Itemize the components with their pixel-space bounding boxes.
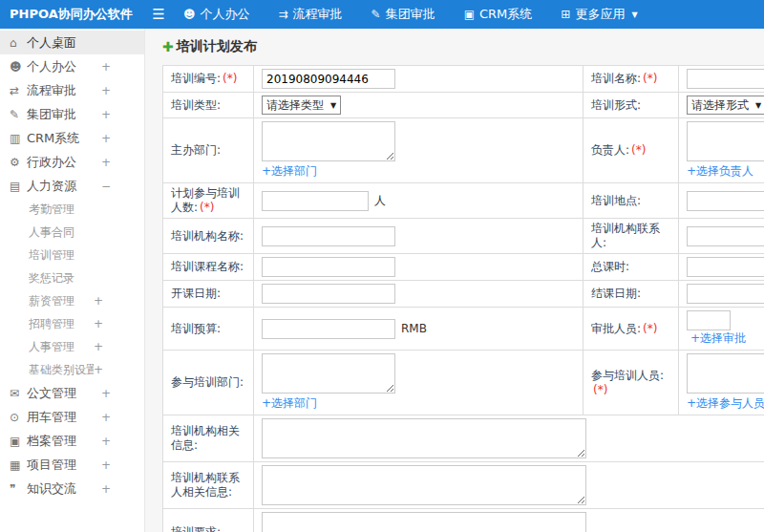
nav-item-crm-system[interactable]: ▣CRM系统 xyxy=(464,6,533,23)
institution-contact-info-textarea[interactable] xyxy=(262,465,586,505)
form-label: 结课日期: xyxy=(584,281,679,308)
sidebar-item[interactable]: 考勤管理 xyxy=(0,198,144,221)
sidebar-item[interactable]: ❞知识交流+ xyxy=(0,477,144,500)
form-label: 负责人:(*) xyxy=(584,118,679,183)
expand-plus-icon[interactable]: + xyxy=(101,458,111,472)
sidebar-item[interactable]: 人事合同 xyxy=(0,221,144,244)
sidebar-item[interactable]: 人事管理+ xyxy=(0,335,144,358)
form-label: 计划参与培训人数:(*) xyxy=(163,183,254,219)
select-department-link[interactable]: +选择部门 xyxy=(262,163,317,180)
form-row: 培训课程名称:总课时: xyxy=(163,254,764,281)
sidebar-item[interactable]: ✉公文管理+ xyxy=(0,381,144,405)
sidebar-item[interactable]: ⌂个人桌面 xyxy=(0,31,144,54)
course-name-input[interactable] xyxy=(262,257,395,277)
form-label: 培训名称:(*) xyxy=(584,66,679,93)
expand-plus-icon[interactable]: + xyxy=(101,60,111,74)
hamburger-menu-icon[interactable]: ☰ xyxy=(145,6,172,23)
institution-info-textarea[interactable] xyxy=(262,418,586,458)
host-department-textarea[interactable] xyxy=(262,121,395,161)
expand-plus-icon[interactable]: + xyxy=(101,482,111,496)
training-requirements-textarea[interactable] xyxy=(262,512,586,532)
training-form-select[interactable]: 请选择形式▼ xyxy=(687,96,764,115)
form-label: 主办部门: xyxy=(163,118,254,183)
budget-input[interactable] xyxy=(262,319,395,339)
caret-down-icon: ▼ xyxy=(755,101,761,110)
form-field: +选择参与人员 xyxy=(679,351,764,415)
sidebar-item[interactable]: ⇄流程审批+ xyxy=(0,78,144,102)
participating-department-textarea[interactable] xyxy=(262,353,395,394)
form-field xyxy=(254,415,764,462)
sidebar-menu: ⌂个人桌面☻个人办公+⇄流程审批+✎集团审批+▥CRM系统+⚙行政办公+▤人力资… xyxy=(0,29,145,532)
select-leader-link[interactable]: +选择负责人 xyxy=(687,163,753,180)
select-participants-link[interactable]: +选择参与人员 xyxy=(687,395,764,412)
end-date-input[interactable] xyxy=(687,284,764,304)
form-label-text: 培训名称: xyxy=(591,72,641,85)
start-date-input[interactable] xyxy=(262,284,395,304)
sidebar-item[interactable]: 招聘管理+ xyxy=(0,312,144,335)
form-label-text: 培训预算: xyxy=(171,322,221,335)
select-approver-link[interactable]: +选择审批 xyxy=(690,331,746,345)
training-number-input[interactable] xyxy=(262,69,395,89)
institution-contact-input[interactable] xyxy=(687,226,764,246)
training-location-input[interactable] xyxy=(687,191,764,211)
sidebar-item[interactable]: ▦项目管理+ xyxy=(0,453,144,477)
topbar: PHPOA协同办公软件 ☰ ☻个人办公⇉流程审批✎集团审批▣CRM系统⊞更多应用… xyxy=(0,0,764,29)
sidebar-item[interactable]: 薪资管理+ xyxy=(0,289,144,312)
expand-plus-icon[interactable]: + xyxy=(94,363,103,376)
form-label-text: 参与培训人员: xyxy=(591,369,664,382)
approver-input[interactable] xyxy=(687,310,731,330)
form-row: 培训机构联系人相关信息: xyxy=(163,462,764,509)
form-label: 培训机构相关信息: xyxy=(163,415,254,462)
sidebar-item[interactable]: ▣档案管理+ xyxy=(0,429,144,453)
nav-item-process-approval[interactable]: ⇉流程审批 xyxy=(279,6,343,23)
expand-plus-icon[interactable]: + xyxy=(101,411,111,424)
training-form-body: 培训编号:(*)培训名称:(*)培训类型:请选择类型▼培训形式:请选择形式▼主办… xyxy=(163,66,764,532)
field-suffix: 人 xyxy=(374,194,386,207)
collapse-minus-icon[interactable]: − xyxy=(101,180,111,193)
nav-item-more-apps[interactable]: ⊞更多应用▼ xyxy=(561,6,637,23)
total-hours-input[interactable] xyxy=(687,257,764,277)
expand-plus-icon[interactable]: + xyxy=(101,108,111,121)
sidebar-item[interactable]: 奖惩记录 xyxy=(0,266,144,289)
form-row: 参与培训部门:+选择部门参与培训人员:(*)+选择参与人员 xyxy=(163,351,764,415)
plus-icon: ✚ xyxy=(162,39,174,54)
gear-icon: ⚙ xyxy=(10,156,27,169)
form-field xyxy=(254,219,584,254)
planned-participants-input[interactable] xyxy=(262,191,369,211)
expand-plus-icon[interactable]: + xyxy=(94,317,103,330)
expand-plus-icon[interactable]: + xyxy=(94,340,103,353)
sidebar-item[interactable]: 培训管理 xyxy=(0,244,144,266)
sidebar-item-label: 流程审批 xyxy=(27,82,101,99)
sidebar-item[interactable]: ☻个人办公+ xyxy=(0,54,144,78)
nav-item-personal-office[interactable]: ☻个人办公 xyxy=(183,6,250,23)
participating-staff-textarea[interactable] xyxy=(687,353,764,394)
grid-icon: ⊞ xyxy=(561,8,570,21)
form-field xyxy=(679,254,764,281)
sidebar-item[interactable]: ⚙行政办公+ xyxy=(0,150,144,174)
leader-textarea[interactable] xyxy=(687,121,764,161)
expand-plus-icon[interactable]: + xyxy=(101,435,111,448)
expand-plus-icon[interactable]: + xyxy=(101,387,111,400)
sidebar-item[interactable]: ▤人力资源− xyxy=(0,174,144,198)
sidebar-item-label: 人力资源 xyxy=(27,178,101,195)
institution-name-input[interactable] xyxy=(262,226,395,246)
nav-item-label: 个人办公 xyxy=(201,6,250,23)
expand-plus-icon[interactable]: + xyxy=(101,132,111,145)
form-field: 请选择形式▼ xyxy=(679,93,764,118)
sidebar-item-label: 个人办公 xyxy=(27,58,101,75)
expand-plus-icon[interactable]: + xyxy=(94,294,103,308)
form-field xyxy=(679,219,764,254)
form-label: 培训机构联系人: xyxy=(584,219,679,254)
expand-plus-icon[interactable]: + xyxy=(101,156,111,169)
sidebar-item[interactable]: ⊙用车管理+ xyxy=(0,405,144,429)
training-type-select[interactable]: 请选择类型▼ xyxy=(262,96,341,115)
sidebar-item[interactable]: ▥CRM系统+ xyxy=(0,126,144,150)
nav-item-group-approval[interactable]: ✎集团审批 xyxy=(371,6,435,23)
training-name-input[interactable] xyxy=(687,69,764,89)
form-label: 总课时: xyxy=(584,254,679,281)
sidebar-item[interactable]: 基础类别设置+ xyxy=(0,358,144,381)
sidebar-item[interactable]: ✎集团审批+ xyxy=(0,102,144,126)
person-icon: ☻ xyxy=(10,60,27,74)
expand-plus-icon[interactable]: + xyxy=(101,84,111,97)
select-department-link[interactable]: +选择部门 xyxy=(262,395,317,412)
